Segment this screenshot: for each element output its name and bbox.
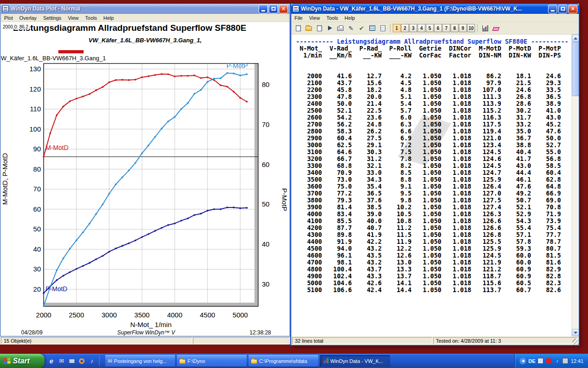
mail-icon[interactable]: ✉ (57, 357, 66, 365)
verify-icon[interactable]: ✔ (356, 23, 367, 33)
svg-text:100: 100 (29, 125, 41, 133)
channel-set-1-button[interactable]: 1 (393, 24, 401, 32)
svg-text:110: 110 (30, 105, 41, 113)
taskbar-buttons: ✉Posteingang von helg...F:\DynoC:\Progra… (103, 354, 514, 368)
svg-text:30: 30 (33, 265, 41, 273)
chart-icon[interactable] (480, 23, 490, 33)
eraser-icon[interactable] (491, 23, 501, 33)
minimize-button[interactable] (548, 5, 557, 13)
language-indicator[interactable]: DE (528, 358, 535, 364)
plot-menubar: PlotOverlaySettingsViewToolsHelp (1, 14, 289, 22)
channel-set-8-button[interactable]: 8 (451, 24, 458, 32)
media-icon[interactable]: ♪ (88, 357, 96, 365)
maximize-button[interactable] (269, 5, 278, 13)
x-axis-title: N-Mot_ 1/min (130, 321, 171, 328)
svg-text:50: 50 (33, 225, 41, 233)
open-icon[interactable] (304, 23, 314, 33)
alert-icon[interactable] (546, 358, 552, 364)
clock: 12:41 (571, 358, 583, 364)
taskbar-button-3[interactable]: C:\Programme\sfdata (249, 355, 318, 367)
svg-text:30: 30 (262, 280, 270, 288)
svg-text:120: 120 (29, 85, 41, 93)
channel-set-6-button[interactable]: 6 (434, 24, 442, 32)
edit-icon[interactable]: ✎ (346, 23, 356, 33)
data-menu-tools[interactable]: Tools (323, 15, 341, 21)
plot-menu-view[interactable]: View (65, 15, 82, 21)
resize-grip[interactable] (572, 339, 578, 345)
channel-set-9-button[interactable]: 9 (459, 24, 467, 32)
svg-text:2500: 2500 (69, 311, 84, 319)
table-header: N-Mot_ V-Rad_ P-Rad_ P-Roll Getrie DINCo… (296, 45, 579, 52)
taskbar-button-2[interactable]: F:\Dyno (177, 355, 247, 367)
save-icon[interactable] (314, 23, 324, 33)
taskbar-button-4[interactable]: WinDyn Data - VW_K... (320, 355, 390, 367)
data-body: ---------- Leistungsdiagramm Allradpruef… (291, 34, 579, 336)
blank-row (296, 59, 579, 66)
tray-chevron-icon[interactable]: ◀ (520, 358, 526, 364)
scroll-down-icon[interactable] (572, 329, 579, 336)
table-row: 3900 81.4 38.5 10.2 1.050 1.018 127.4 52… (296, 204, 579, 211)
grid-icon[interactable] (367, 23, 377, 33)
browser-icon[interactable] (78, 357, 86, 365)
svg-text:3500: 3500 (134, 311, 149, 319)
maximize-button[interactable] (558, 5, 567, 13)
channel-set-3-button[interactable]: 3 (409, 24, 417, 32)
notes-icon[interactable] (378, 23, 388, 33)
quick-launch: e✉♪ (45, 354, 103, 368)
plot-menu-tools[interactable]: Tools (82, 15, 100, 21)
channel-set-5-button[interactable]: 5 (426, 24, 434, 32)
series-label-M-MotD: M-MotD (45, 144, 68, 151)
channel-set-7-button[interactable]: 7 (442, 24, 450, 32)
dyno-chart[interactable]: 2030405060708090100110120130304050607080… (1, 62, 288, 334)
taskbar-button-label: F:\Dyno (187, 358, 205, 364)
explorer-status-panel-2 (193, 337, 289, 344)
taskbar-button-1[interactable]: ✉Posteingang von helg... (105, 355, 175, 367)
table-row: 4900 102.4 43.3 13.7 1.050 1.018 118.7 6… (296, 273, 579, 280)
blank-row (296, 66, 579, 73)
data-menubar: FileViewToolsHelp (291, 14, 579, 22)
table-row: 4000 83.4 39.0 10.5 1.050 1.018 126.3 52… (296, 211, 579, 218)
print-icon[interactable] (335, 23, 345, 33)
data-menu-view[interactable]: View (306, 15, 323, 21)
channel-set-2-button[interactable]: 2 (401, 24, 409, 32)
start-button[interactable]: Start (0, 354, 45, 368)
svg-text:80: 80 (262, 80, 270, 88)
close-icon[interactable]: × (568, 5, 577, 13)
taskbar: Start e✉♪ ✉Posteingang von helg...F:\Dyn… (0, 354, 588, 368)
mail-icon: ✉ (107, 358, 112, 364)
data-window-titlebar[interactable]: WinDyn Data - VW_Käfer_1.6L_BB-VW667H_3.… (291, 4, 579, 14)
plot-window-titlebar[interactable]: WinDyn Data Plot - Normal × (1, 4, 289, 14)
volume-icon[interactable]: ♪ (554, 358, 560, 364)
explorer-statusbar: 15 Objekt(e) (0, 337, 290, 345)
channel-set-10-button[interactable]: 10 (467, 24, 475, 32)
plot-menu-overlay[interactable]: Overlay (16, 15, 40, 21)
svg-text:40: 40 (262, 240, 270, 248)
network-icon[interactable] (537, 358, 543, 364)
taskbar-button-label: C:\Programme\sfdata (259, 358, 307, 364)
plot-menu-help[interactable]: Help (100, 15, 117, 21)
plot-menu-plot[interactable]: Plot (1, 15, 16, 21)
table-row: 2300 47.8 20.0 5.1 1.050 1.018 111.3 26.… (296, 93, 579, 100)
data-menu-file[interactable]: File (291, 15, 306, 21)
windyn-data-app-icon (293, 6, 299, 12)
tablet-icon[interactable] (562, 358, 568, 364)
data-toolbar: ✎✔12345678910 (291, 22, 579, 34)
windows-logo-icon (4, 357, 11, 364)
minimize-button[interactable] (259, 5, 268, 13)
status-line-count: 32 lines total (295, 338, 323, 344)
play-icon[interactable] (325, 23, 335, 33)
ie-icon[interactable]: e (47, 357, 56, 365)
plot-menu-settings[interactable]: Settings (40, 15, 65, 21)
show-desktop-icon[interactable] (68, 357, 76, 365)
plot-body: 2000.0: 86.2 Leistungsdiagramm Allradpru… (1, 22, 289, 336)
new-doc-icon[interactable] (293, 23, 303, 33)
axis-tick-labels: 2030405060708090100110120130304050607080… (29, 65, 270, 319)
close-icon[interactable]: × (279, 5, 288, 13)
data-menu-help[interactable]: Help (341, 15, 358, 21)
channel-set-4-button[interactable]: 4 (418, 24, 425, 32)
data-statusbar: 32 lines total Tested on: 4/28/2009 at 1… (291, 336, 579, 345)
svg-text:3000: 3000 (102, 311, 117, 319)
table-row: 4200 87.7 40.7 11.2 1.050 1.018 126.6 55… (296, 224, 579, 231)
svg-text:20: 20 (33, 285, 41, 293)
y-right-axis-title: P-MotP (281, 188, 288, 211)
